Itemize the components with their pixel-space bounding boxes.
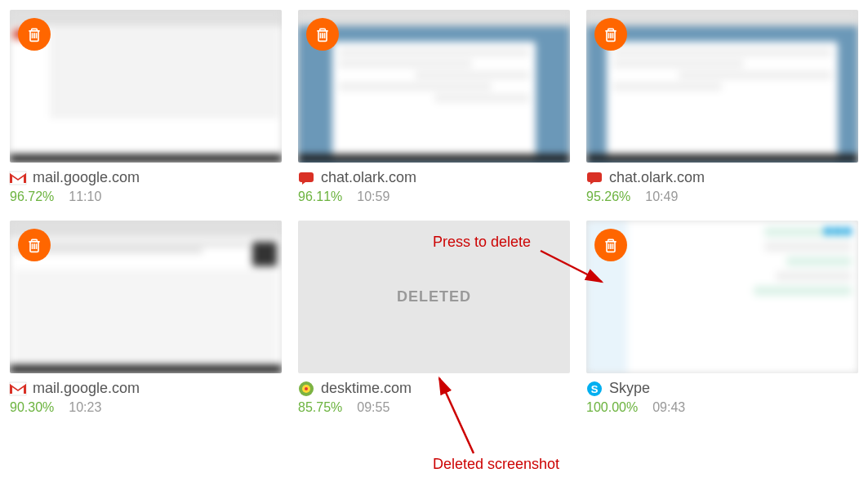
screenshot-thumbnail[interactable] xyxy=(298,10,570,163)
skype-icon: S xyxy=(586,381,603,397)
screenshot-thumbnail[interactable] xyxy=(586,10,858,163)
screenshot-stats: 100.00% 09:43 xyxy=(586,397,858,415)
screenshot-stats: 90.30% 10:23 xyxy=(10,397,282,415)
site-label: desktime.com xyxy=(321,380,412,397)
delete-button[interactable] xyxy=(594,229,627,261)
screenshots-grid: mail.google.com 96.72% 11:10 chat.olark.… xyxy=(0,0,868,425)
svg-point-6 xyxy=(305,387,308,390)
screenshot-meta: chat.olark.com xyxy=(298,163,570,186)
productivity-percent: 100.00% xyxy=(586,400,638,415)
screenshot-card: chat.olark.com 95.26% 10:49 xyxy=(586,10,858,204)
screenshot-meta: mail.google.com xyxy=(10,373,282,397)
gmail-icon xyxy=(10,170,26,186)
capture-time: 10:23 xyxy=(69,400,101,415)
svg-line-9 xyxy=(541,251,602,282)
site-label: chat.olark.com xyxy=(609,169,705,186)
delete-button[interactable] xyxy=(594,18,627,51)
screenshot-thumbnail[interactable] xyxy=(586,221,858,373)
delete-button[interactable] xyxy=(18,229,51,261)
capture-time: 11:10 xyxy=(69,189,101,204)
deleted-label: DELETED xyxy=(397,288,471,305)
svg-rect-2 xyxy=(587,172,602,182)
productivity-percent: 96.72% xyxy=(10,189,54,204)
trash-icon xyxy=(26,26,42,42)
site-label: Skype xyxy=(609,380,650,397)
trash-icon xyxy=(603,26,619,42)
delete-button[interactable] xyxy=(306,18,339,51)
svg-line-10 xyxy=(439,378,474,453)
trash-icon xyxy=(314,26,331,42)
site-label: mail.google.com xyxy=(33,380,140,397)
screenshot-card: mail.google.com 90.30% 10:23 xyxy=(10,221,282,415)
capture-time: 09:55 xyxy=(357,400,389,415)
screenshot-stats: 95.26% 10:49 xyxy=(586,186,858,204)
trash-icon xyxy=(26,237,42,253)
productivity-percent: 96.11% xyxy=(298,189,342,204)
productivity-percent: 95.26% xyxy=(586,189,630,204)
svg-rect-1 xyxy=(299,172,314,182)
screenshot-meta: chat.olark.com xyxy=(586,163,858,186)
screenshot-card: S Skype 100.00% 09:43 xyxy=(586,221,858,415)
productivity-percent: 85.75% xyxy=(298,400,342,415)
screenshot-card: mail.google.com 96.72% 11:10 xyxy=(10,10,282,204)
capture-time: 10:59 xyxy=(357,189,389,204)
gmail-icon xyxy=(10,381,26,397)
screenshot-meta: S Skype xyxy=(586,373,858,397)
screenshot-stats: 96.72% 11:10 xyxy=(10,186,282,204)
trash-icon xyxy=(603,237,619,253)
screenshot-thumbnail[interactable] xyxy=(10,10,282,163)
site-label: chat.olark.com xyxy=(321,169,416,186)
capture-time: 10:49 xyxy=(645,189,678,204)
capture-time: 09:43 xyxy=(652,400,685,415)
productivity-percent: 90.30% xyxy=(10,400,54,415)
delete-button[interactable] xyxy=(18,18,51,51)
olark-icon xyxy=(586,170,603,186)
site-label: mail.google.com xyxy=(33,169,140,186)
annotation-arrow-icon xyxy=(433,372,482,461)
annotation-press-to-delete: Press to delete xyxy=(433,234,531,251)
screenshot-thumbnail[interactable] xyxy=(10,221,282,373)
svg-text:S: S xyxy=(591,383,599,395)
desktime-icon xyxy=(298,381,314,397)
screenshot-card: chat.olark.com 96.11% 10:59 xyxy=(298,10,570,204)
olark-icon xyxy=(298,170,314,186)
screenshot-meta: mail.google.com xyxy=(10,163,282,186)
screenshot-stats: 96.11% 10:59 xyxy=(298,186,570,204)
